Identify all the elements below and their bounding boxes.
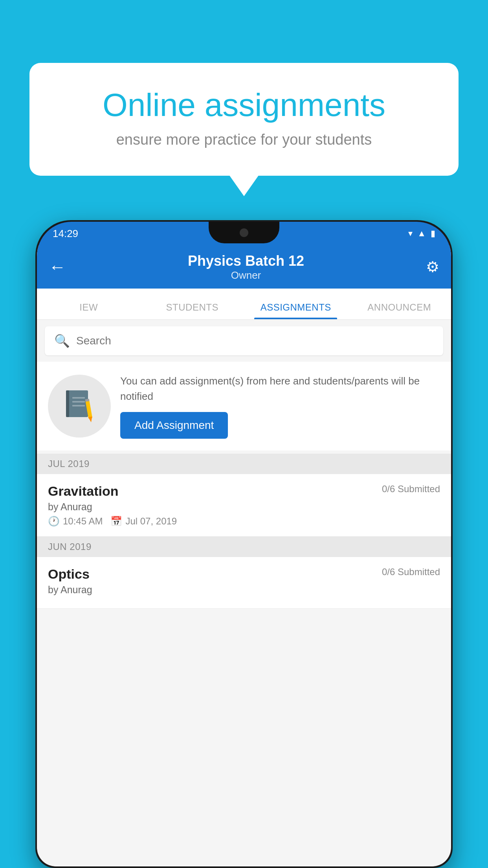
assignment-item-optics[interactable]: Optics 0/6 Submitted by Anurag xyxy=(37,557,451,609)
search-icon: 🔍 xyxy=(54,333,70,348)
add-assignment-button[interactable]: Add Assignment xyxy=(120,412,228,439)
battery-icon: ▮ xyxy=(431,228,435,239)
promo-text: You can add assignment(s) from here and … xyxy=(120,373,440,439)
speech-bubble-subtitle: ensure more practice for your students xyxy=(57,131,431,148)
assignment-submitted-optics: 0/6 Submitted xyxy=(382,566,440,577)
svg-marker-6 xyxy=(88,417,93,423)
notebook-icon xyxy=(64,388,95,424)
speech-bubble-container: Online assignments ensure more practice … xyxy=(29,63,459,176)
tab-announcements[interactable]: ANNOUNCEM xyxy=(348,302,451,319)
back-button[interactable]: ← xyxy=(49,257,66,277)
svg-rect-1 xyxy=(66,390,69,417)
calendar-icon: 📅 xyxy=(110,516,122,527)
promo-card: You can add assignment(s) from here and … xyxy=(37,362,451,451)
assignment-meta: 🕐 10:45 AM 📅 Jul 07, 2019 xyxy=(48,516,440,527)
assignment-item-gravitation[interactable]: Gravitation 0/6 Submitted by Anurag 🕐 10… xyxy=(37,474,451,537)
meta-date: 📅 Jul 07, 2019 xyxy=(110,516,177,527)
phone-notch xyxy=(209,222,279,243)
assignment-by-optics: by Anurag xyxy=(48,584,440,596)
status-icons: ▾ ▲ ▮ xyxy=(408,228,435,239)
svg-rect-4 xyxy=(72,405,85,406)
wifi-icon: ▾ xyxy=(408,228,413,239)
promo-icon-circle xyxy=(48,375,111,438)
assignment-submitted: 0/6 Submitted xyxy=(382,484,440,495)
assignment-time: 10:45 AM xyxy=(63,516,103,527)
assignment-date: Jul 07, 2019 xyxy=(125,516,177,527)
tabs: IEW STUDENTS ASSIGNMENTS ANNOUNCEM xyxy=(37,289,451,320)
section-header-jul: JUL 2019 xyxy=(37,454,451,474)
assignment-top-optics: Optics 0/6 Submitted xyxy=(48,566,440,582)
promo-description: You can add assignment(s) from here and … xyxy=(120,373,440,404)
svg-rect-2 xyxy=(72,397,85,399)
tab-students[interactable]: STUDENTS xyxy=(141,302,244,319)
phone-screen: ← Physics Batch 12 Owner ⚙ IEW STUDENTS … xyxy=(37,245,451,866)
assignment-name-optics: Optics xyxy=(48,566,90,582)
screen-content: 🔍 xyxy=(37,320,451,609)
app-bar-title-area: Physics Batch 12 Owner xyxy=(188,253,304,281)
status-time: 14:29 xyxy=(53,228,78,240)
section-header-jun: JUN 2019 xyxy=(37,537,451,557)
assignment-top: Gravitation 0/6 Submitted xyxy=(48,484,440,499)
app-bar-subtitle: Owner xyxy=(231,269,261,281)
signal-icon: ▲ xyxy=(417,228,426,239)
phone-frame: 14:29 ▾ ▲ ▮ ← Physics Batch 12 Owner ⚙ I… xyxy=(35,220,453,868)
speech-bubble-title: Online assignments xyxy=(57,86,431,123)
phone-inner: 14:29 ▾ ▲ ▮ ← Physics Batch 12 Owner ⚙ I… xyxy=(37,222,451,866)
app-bar: ← Physics Batch 12 Owner ⚙ xyxy=(37,245,451,289)
svg-rect-3 xyxy=(72,401,85,403)
meta-time: 🕐 10:45 AM xyxy=(48,516,103,527)
speech-bubble: Online assignments ensure more practice … xyxy=(29,63,459,176)
tab-iew[interactable]: IEW xyxy=(37,302,141,319)
settings-button[interactable]: ⚙ xyxy=(426,258,439,276)
svg-rect-0 xyxy=(68,390,88,417)
app-bar-title: Physics Batch 12 xyxy=(188,253,304,269)
front-camera xyxy=(240,228,248,237)
search-bar: 🔍 xyxy=(45,326,443,355)
clock-icon: 🕐 xyxy=(48,516,60,527)
tab-assignments[interactable]: ASSIGNMENTS xyxy=(244,302,348,319)
assignment-name: Gravitation xyxy=(48,484,118,499)
search-input[interactable] xyxy=(76,335,434,347)
assignment-by: by Anurag xyxy=(48,501,440,513)
